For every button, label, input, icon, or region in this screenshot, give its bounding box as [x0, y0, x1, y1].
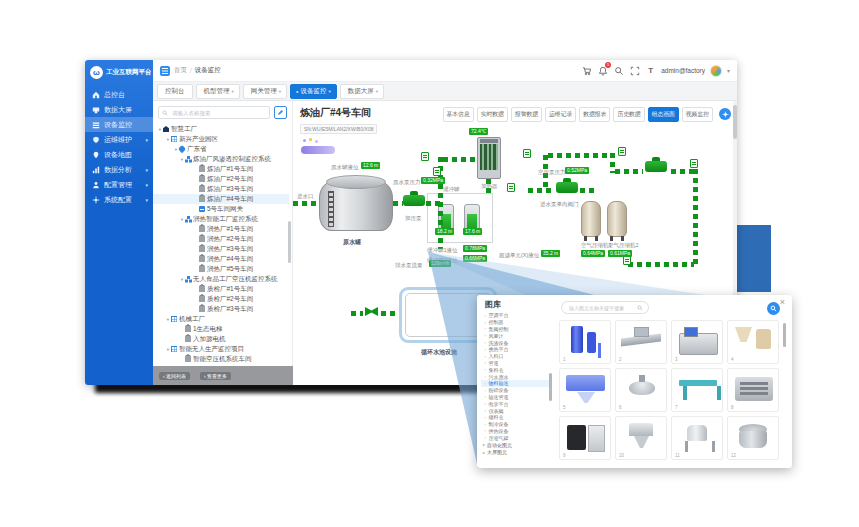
tree-item[interactable]: 炼油厂#3号车间 [153, 184, 289, 194]
breadcrumb-grid-icon[interactable] [160, 66, 170, 76]
fullscreen-icon[interactable] [629, 65, 640, 76]
tree-edit-button[interactable] [274, 106, 287, 119]
gallery-category[interactable]: 入料口 [481, 353, 549, 360]
pipe-node-icon[interactable] [421, 152, 429, 161]
tree-scrollbar[interactable] [288, 221, 291, 263]
gallery-item[interactable]: 2 [615, 320, 667, 364]
cart-icon[interactable] [581, 65, 592, 76]
tree-item[interactable]: 润热厂#4号车间 [153, 254, 289, 264]
raw-water-tank[interactable] [319, 175, 393, 231]
tree-item[interactable]: 炼油厂#4号车间 [153, 194, 289, 204]
panel-tab-button[interactable]: 组态画面 [648, 107, 679, 122]
tab[interactable]: 数据大屏 ▾ [340, 84, 384, 99]
panel-settings-button[interactable] [719, 108, 731, 120]
panel-tab-button[interactable]: 数据报表 [579, 107, 610, 122]
pipe-node-icon[interactable] [618, 147, 626, 156]
tree-item[interactable]: 质检厂#2号车间 [153, 294, 289, 304]
tree-search-input[interactable] [170, 109, 266, 117]
tree-item[interactable]: 润热厂#5号车间 [153, 264, 289, 274]
air-compressor-tank-1[interactable] [581, 201, 601, 237]
gallery-category[interactable]: 物料输送 [481, 380, 549, 387]
panel-tab-button[interactable]: 视频监控 [682, 107, 713, 122]
sidebar-item-config-mgmt[interactable]: 配置管理 ▾ [85, 177, 153, 192]
gallery-category[interactable]: 集料仓 [481, 366, 549, 373]
tree-item[interactable]: ▾ 无人食品工厂空压机监控系统 [153, 274, 289, 284]
gallery-category[interactable]: 洗涤设备 [481, 339, 549, 346]
gallery-category[interactable]: 供热设备 [481, 428, 549, 435]
bell-icon[interactable]: 5 [597, 65, 608, 76]
gallery-category[interactable]: 空调平台 [481, 312, 549, 319]
tree-item[interactable]: ▾ 炼油厂风渗透控制监控系统 [153, 154, 289, 164]
sidebar-item-console[interactable]: 总控台 [85, 87, 153, 102]
tree-item[interactable]: ▾ 智能无人生产监控项目 [153, 344, 289, 354]
tree-item[interactable]: 智能空压机系统车间 [153, 354, 289, 364]
gallery-item[interactable]: 7 [671, 368, 723, 412]
gallery-item[interactable]: 5 [559, 368, 611, 412]
gallery-category[interactable]: 电学平台 [481, 400, 549, 407]
tree-item[interactable]: ▾ 机械工厂 [153, 314, 289, 324]
account-caret-icon[interactable]: ▾ [727, 67, 730, 74]
gallery-category[interactable]: 粉碎设备 [481, 387, 549, 394]
pipe-node-icon[interactable] [623, 256, 631, 265]
pipe-node-icon[interactable] [556, 182, 578, 193]
pipe-node-icon[interactable] [523, 149, 531, 158]
tree-item[interactable]: ▾ 广东省 [153, 144, 289, 154]
pipe-node-icon[interactable] [403, 195, 425, 206]
sidebar-item-device-map[interactable]: 设备地图 [85, 147, 153, 162]
sidebar-item-dashboard[interactable]: 数据大屏 [85, 102, 153, 117]
gallery-item[interactable]: 11 [671, 416, 723, 460]
tree-item[interactable]: 1生态电梯 [153, 324, 289, 334]
heater-device[interactable] [477, 137, 501, 179]
gallery-search-input[interactable] [567, 304, 635, 312]
tree-item[interactable]: ▾ 新兴产业园区 [153, 134, 289, 144]
tree-item[interactable]: 质检厂#1号车间 [153, 284, 289, 294]
search-icon[interactable] [613, 65, 624, 76]
gallery-item[interactable]: 9 [559, 416, 611, 460]
gallery-item[interactable]: 3 [671, 320, 723, 364]
panel-tab-button[interactable]: 历史数据 [613, 107, 644, 122]
gallery-item[interactable]: 10 [615, 416, 667, 460]
panel-tab-button[interactable]: 基本信息 [443, 107, 474, 122]
gallery-category[interactable]: 污水原水 [481, 373, 549, 380]
font-size-icon[interactable]: T [645, 65, 656, 76]
gallery-category[interactable]: 输送管道 [481, 394, 549, 401]
sidebar-item-maintenance[interactable]: 运维维护 ▾ [85, 132, 153, 147]
tree-item[interactable]: 入加源电机 [153, 334, 289, 344]
gallery-category[interactable]: 换热平台 [481, 346, 549, 353]
panel-tab-button[interactable]: 运维记录 [545, 107, 576, 122]
sidebar-item-data-analysis[interactable]: 数据分析 ▾ [85, 162, 153, 177]
tree-item[interactable]: 润热厂#1号车间 [153, 224, 289, 234]
tree-item[interactable]: ▾ 智慧工厂 [153, 124, 289, 134]
close-icon[interactable]: × [780, 297, 785, 307]
gallery-category-group[interactable]: ▸ 大屏图元 [481, 449, 549, 457]
gallery-item[interactable]: 4 [727, 320, 779, 364]
tab[interactable]: 控制台 [157, 84, 193, 99]
gallery-category[interactable]: 管道 [481, 360, 549, 367]
account-name[interactable]: admin@factory [661, 67, 705, 74]
tree-item[interactable]: 润热厂#3号车间 [153, 244, 289, 254]
category-scrollbar[interactable] [549, 373, 552, 401]
pipe-node-icon[interactable] [690, 159, 698, 168]
gallery-search-box[interactable] [561, 301, 649, 314]
tree-item[interactable]: 炼油厂#2号车间 [153, 174, 289, 184]
panel-tab-button[interactable]: 实时数据 [477, 107, 508, 122]
pipe-node-icon[interactable] [645, 161, 667, 172]
panel-tab-button[interactable]: 报警数据 [511, 107, 542, 122]
pipe-node-icon[interactable] [507, 183, 515, 192]
pipe-node-icon[interactable] [433, 167, 441, 176]
gallery-item[interactable]: 12 [727, 416, 779, 460]
pipe-node-icon[interactable] [365, 307, 378, 316]
gallery-category[interactable]: 储料仓 [481, 414, 549, 421]
gallery-item[interactable]: 6 [615, 368, 667, 412]
tab[interactable]: 机型管理 ▾ [196, 84, 240, 99]
avatar[interactable] [710, 65, 722, 77]
gallery-category[interactable]: 控制器 [481, 319, 549, 326]
grid-scrollbar[interactable] [783, 323, 786, 347]
tree-item[interactable]: 5号车间网关 [153, 204, 289, 214]
tree-item[interactable]: 炼油厂#1号车间 [153, 164, 289, 174]
tree-item[interactable]: ▾ 润热智能工厂监控系统 [153, 214, 289, 224]
tree-footer-left-button[interactable]: ‹ 返回列表 [159, 372, 190, 380]
tab[interactable]: ● 设备监控 ▾ [290, 84, 337, 99]
gallery-category[interactable]: 风量计 [481, 332, 549, 339]
gallery-category-group[interactable]: ▸ 自动化图元 [481, 441, 549, 449]
